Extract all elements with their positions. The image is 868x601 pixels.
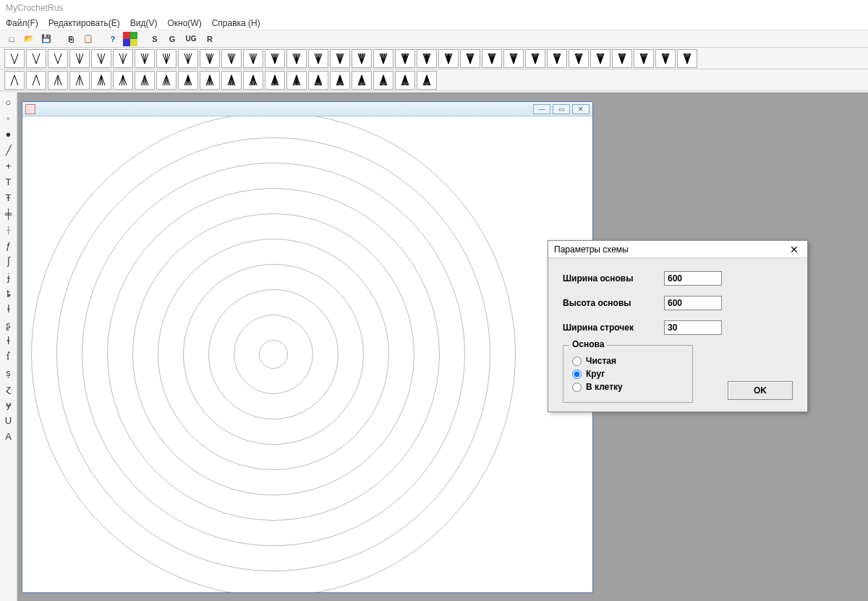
stitch-symbol[interactable] (265, 71, 285, 90)
palette-icon[interactable] (123, 33, 137, 46)
stitch-symbol[interactable] (482, 49, 502, 68)
stitch-symbol[interactable] (438, 49, 459, 68)
paste-icon[interactable] (81, 33, 95, 46)
help-icon[interactable] (106, 33, 120, 46)
stitch-symbol[interactable] (352, 49, 372, 68)
left-tool[interactable]: Ŧ (2, 191, 15, 204)
stitch-symbol[interactable] (569, 49, 589, 68)
stitch-symbol[interactable] (135, 49, 155, 68)
stitch-symbol[interactable] (352, 71, 372, 90)
dialog-titlebar[interactable]: Параметры схемы ✕ (548, 241, 807, 258)
stitch-symbol[interactable] (69, 49, 90, 68)
maximize-icon[interactable]: ▭ (553, 104, 570, 114)
stitch-symbol[interactable] (26, 71, 46, 90)
tool-r[interactable]: R (203, 33, 217, 46)
left-tool[interactable]: ẛ (2, 350, 15, 363)
menu-view[interactable]: Вид(V) (130, 18, 158, 28)
left-tool[interactable]: ƒ (2, 239, 15, 252)
stitch-symbol[interactable] (113, 71, 133, 90)
left-tool[interactable]: + (2, 159, 15, 172)
height-input[interactable] (664, 296, 722, 310)
stitch-symbol[interactable] (135, 71, 155, 90)
left-tool[interactable]: ȶ (2, 286, 15, 299)
radio-clean[interactable] (572, 357, 582, 366)
stitch-symbol[interactable] (330, 49, 350, 68)
tool-ug[interactable]: UG (182, 33, 200, 46)
left-tool[interactable]: ╪ (2, 207, 15, 220)
minimize-icon[interactable]: — (533, 104, 550, 114)
menu-help[interactable]: Справка (H) (212, 18, 260, 28)
left-tool[interactable]: ʃ (2, 255, 15, 268)
stitch-symbol[interactable] (91, 71, 111, 90)
stitch-symbol[interactable] (200, 71, 220, 90)
stitch-symbol[interactable] (156, 71, 176, 90)
new-icon[interactable] (4, 33, 19, 46)
stitch-symbol[interactable] (547, 49, 567, 68)
document-titlebar[interactable]: — ▭ ✕ (22, 102, 592, 116)
stitch-symbol[interactable] (221, 49, 242, 68)
ok-button[interactable]: OK (728, 381, 793, 400)
stitch-symbol[interactable] (178, 49, 198, 68)
left-tool[interactable]: T (2, 175, 15, 188)
stitch-symbol[interactable] (612, 49, 632, 68)
stitch-symbol[interactable] (460, 49, 480, 68)
left-tool[interactable]: ɉ (2, 270, 15, 284)
stitch-symbol[interactable] (655, 49, 676, 68)
stitch-symbol[interactable] (395, 49, 415, 68)
stitch-symbol[interactable] (4, 71, 25, 90)
stitch-symbol[interactable] (48, 49, 68, 68)
stitch-symbol[interactable] (265, 49, 285, 68)
stitch-symbol[interactable] (308, 71, 328, 90)
left-tool[interactable]: ɏ (2, 398, 15, 411)
stitch-symbol[interactable] (200, 49, 220, 68)
rows-input[interactable] (664, 320, 722, 335)
stitch-symbol[interactable] (26, 49, 46, 68)
stitch-symbol[interactable] (590, 49, 610, 68)
stitch-symbol[interactable] (308, 49, 328, 68)
menu-edit[interactable]: Редактировать(E) (48, 18, 120, 28)
menu-file[interactable]: Файл(F) (6, 18, 38, 28)
stitch-symbol[interactable] (48, 71, 68, 90)
stitch-symbol[interactable] (634, 49, 654, 68)
close-icon[interactable]: ✕ (572, 104, 590, 114)
left-tool[interactable]: ⟊ (2, 223, 15, 236)
canvas[interactable] (22, 116, 592, 592)
stitch-symbol[interactable] (503, 49, 524, 68)
stitch-symbol[interactable] (286, 49, 307, 68)
stitch-symbol[interactable] (113, 49, 133, 68)
stitch-symbol[interactable] (525, 49, 545, 68)
stitch-symbol[interactable] (373, 49, 393, 68)
stitch-symbol[interactable] (417, 71, 437, 90)
copy-icon[interactable] (64, 33, 78, 46)
left-tool[interactable]: ʂ (2, 318, 15, 331)
left-tool[interactable]: ɫ (2, 334, 15, 347)
save-icon[interactable] (39, 33, 54, 46)
stitch-symbol[interactable] (69, 71, 90, 90)
left-tool[interactable]: ○ (2, 95, 15, 108)
tool-s[interactable]: S (148, 33, 162, 46)
stitch-symbol[interactable] (4, 49, 25, 68)
left-tool[interactable]: A (2, 430, 15, 443)
stitch-symbol[interactable] (417, 49, 437, 68)
stitch-symbol[interactable] (286, 71, 307, 90)
radio-circle[interactable] (572, 370, 582, 379)
stitch-symbol[interactable] (221, 71, 242, 90)
dialog-close-icon[interactable]: ✕ (787, 244, 801, 255)
stitch-symbol[interactable] (373, 71, 393, 90)
stitch-symbol[interactable] (178, 71, 198, 90)
left-tool[interactable]: ╱ (2, 143, 15, 156)
left-tool[interactable]: ṣ (2, 366, 15, 379)
menu-window[interactable]: Окно(W) (167, 18, 201, 28)
left-tool[interactable]: ƚ (2, 302, 15, 315)
stitch-symbol[interactable] (677, 49, 697, 68)
left-tool[interactable]: ɀ (2, 382, 15, 395)
tool-g[interactable]: G (165, 33, 179, 46)
left-tool[interactable]: ◦ (2, 111, 15, 124)
open-icon[interactable] (22, 33, 36, 46)
stitch-symbol[interactable] (395, 71, 415, 90)
stitch-symbol[interactable] (91, 49, 111, 68)
stitch-symbol[interactable] (156, 49, 176, 68)
left-tool[interactable]: U (2, 414, 15, 427)
radio-grid[interactable] (572, 383, 582, 392)
left-tool[interactable]: ● (2, 127, 15, 140)
